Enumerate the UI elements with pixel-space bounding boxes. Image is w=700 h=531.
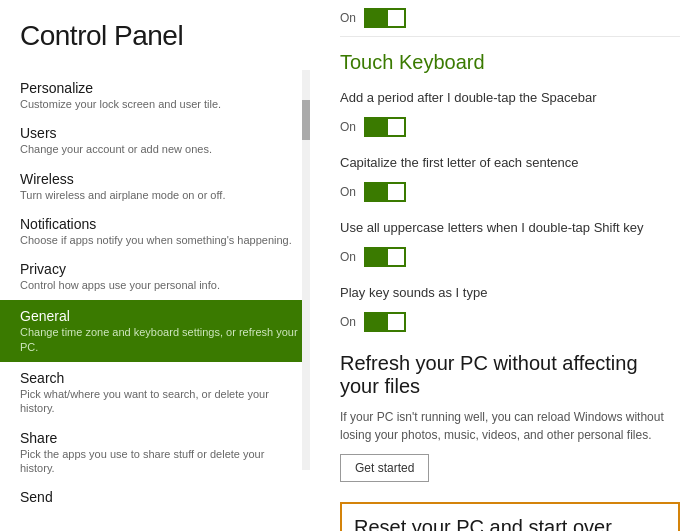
sidebar-item-notifications[interactable]: Notifications Choose if apps notify you … xyxy=(20,210,310,253)
toggle-row-1: On xyxy=(340,176,680,208)
sidebar-item-share[interactable]: Share Pick the apps you use to share stu… xyxy=(20,424,310,482)
toggle-switch-0[interactable] xyxy=(364,117,406,137)
sidebar-item-users[interactable]: Users Change your account or add new one… xyxy=(20,119,310,162)
sidebar-item-send[interactable]: Send xyxy=(20,483,310,511)
reset-section-title: Reset your PC and start over xyxy=(354,516,666,531)
left-panel: Control Panel Personalize Customize your… xyxy=(0,0,310,531)
nav-list: Personalize Customize your lock screen a… xyxy=(20,74,310,511)
right-panel: On Touch Keyboard Add a period after I d… xyxy=(310,0,700,531)
refresh-section-title: Refresh your PC without affecting your f… xyxy=(340,352,680,398)
top-toggle-container: On xyxy=(340,8,406,28)
sidebar-item-wireless[interactable]: Wireless Turn wireless and airplane mode… xyxy=(20,165,310,208)
toggle-row-3: On xyxy=(340,306,680,338)
app-title: Control Panel xyxy=(20,20,310,52)
toggle-container-0: On xyxy=(340,117,406,137)
refresh-section-description: If your PC isn't running well, you can r… xyxy=(340,408,680,444)
sidebar-item-search[interactable]: Search Pick what/where you want to searc… xyxy=(20,364,310,422)
setting-row-3: Play key sounds as I type xyxy=(340,279,680,306)
toggle-container-2: On xyxy=(340,247,406,267)
toggle-container-1: On xyxy=(340,182,406,202)
top-toggle-switch[interactable] xyxy=(364,8,406,28)
top-setting-row: On xyxy=(340,0,680,37)
toggle-switch-3[interactable] xyxy=(364,312,406,332)
reset-section: Reset your PC and start over If you are … xyxy=(340,502,680,531)
setting-row-2: Use all uppercase letters when I double-… xyxy=(340,214,680,241)
refresh-get-started-button[interactable]: Get started xyxy=(340,454,429,482)
sidebar-item-privacy[interactable]: Privacy Control how apps use your person… xyxy=(20,255,310,298)
scrollbar[interactable] xyxy=(302,70,310,470)
toggle-switch-1[interactable] xyxy=(364,182,406,202)
touch-keyboard-title: Touch Keyboard xyxy=(340,51,680,74)
toggle-container-3: On xyxy=(340,312,406,332)
toggle-row-2: On xyxy=(340,241,680,273)
sidebar-item-general[interactable]: General Change time zone and keyboard se… xyxy=(0,300,310,362)
sidebar-item-personalize[interactable]: Personalize Customize your lock screen a… xyxy=(20,74,310,117)
toggle-switch-2[interactable] xyxy=(364,247,406,267)
setting-row-1: Capitalize the first letter of each sent… xyxy=(340,149,680,176)
scrollbar-thumb[interactable] xyxy=(302,100,310,140)
setting-row-0: Add a period after I double-tap the Spac… xyxy=(340,84,680,111)
toggle-row-0: On xyxy=(340,111,680,143)
